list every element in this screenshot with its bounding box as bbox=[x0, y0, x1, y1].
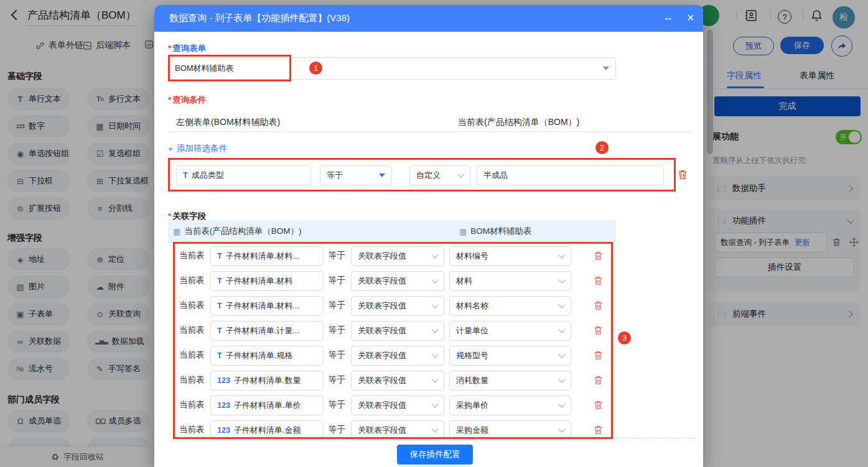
row-scope-label: 当前表 bbox=[179, 374, 205, 386]
field-type-icon: 123 bbox=[217, 376, 230, 385]
row-mode-select[interactable]: 关联表字段值 bbox=[351, 321, 444, 341]
plugin-config-modal: 数据查询 - 到子表单【功能插件配置】(V38) ↔ × *查询表单 BOM材料… bbox=[154, 5, 703, 467]
mapping-row: 当前表 T 子件材料清单.材料 等于 关联表字段值 材料 bbox=[154, 269, 703, 294]
divider bbox=[168, 131, 695, 132]
trash-icon[interactable] bbox=[593, 300, 604, 313]
row-field-input[interactable]: T 子件材料清单.材料 bbox=[210, 271, 324, 291]
mapping-row: 当前表 123 子件材料清单.数量 等于 关联表字段值 消耗数量 bbox=[154, 368, 703, 393]
save-plugin-config-button[interactable]: 保存插件配置 bbox=[397, 445, 473, 465]
field-type-icon: T bbox=[217, 302, 222, 310]
trash-icon[interactable] bbox=[593, 251, 604, 264]
row-target-select[interactable]: 消耗数量 bbox=[449, 371, 571, 391]
row-target-select[interactable]: 材料 bbox=[449, 271, 571, 291]
row-scope-label: 当前表 bbox=[179, 399, 205, 410]
row-mode-select[interactable]: 关联表字段值 bbox=[351, 246, 444, 266]
mapping-left-header: 当前表(产品结构清单（BOM）) bbox=[173, 226, 302, 237]
modal-title: 数据查询 - 到子表单【功能插件配置】(V38) bbox=[169, 12, 350, 24]
row-field-input[interactable]: 123 子件材料清单.单价 bbox=[210, 395, 324, 415]
row-operator-label: 等于 bbox=[329, 325, 345, 336]
app-root: 产品结构清单（BOM） ? 检 表单外链 后端脚本 bbox=[0, 0, 868, 467]
mapping-row: 当前表 T 子件材料清单.规格 等于 关联表字段值 规格型号 bbox=[154, 343, 703, 368]
row-operator-label: 等于 bbox=[329, 300, 345, 311]
chevron-down-icon bbox=[379, 173, 385, 177]
chevron-down-icon bbox=[558, 276, 565, 283]
chevron-down-icon bbox=[558, 425, 565, 432]
annotation-badge-2: 2 bbox=[595, 141, 609, 154]
row-operator-label: 等于 bbox=[329, 424, 345, 435]
trash-icon[interactable] bbox=[593, 325, 604, 338]
chevron-down-icon bbox=[457, 170, 464, 177]
mapping-header-band: 当前表(产品结构清单（BOM）) BOM材料辅助表 bbox=[168, 220, 616, 243]
chevron-down-icon bbox=[558, 400, 565, 407]
row-field-input[interactable]: 123 子件材料清单.数量 bbox=[210, 371, 324, 391]
row-field-input[interactable]: T 子件材料清单.材料... bbox=[210, 246, 324, 266]
trash-icon[interactable] bbox=[593, 400, 604, 413]
row-field-input[interactable]: T 子件材料清单.规格 bbox=[210, 346, 324, 366]
chevron-down-icon bbox=[431, 425, 438, 432]
trash-icon[interactable] bbox=[593, 425, 604, 438]
mapping-right-header: BOM材料辅助表 bbox=[459, 226, 532, 237]
row-scope-label: 当前表 bbox=[179, 300, 205, 311]
row-operator-label: 等于 bbox=[329, 275, 345, 286]
row-mode-select[interactable]: 关联表字段值 bbox=[351, 420, 444, 440]
filter-mode-select[interactable]: 自定义 bbox=[409, 165, 470, 185]
row-field-input[interactable]: T 子件材料清单.材料... bbox=[210, 296, 324, 316]
mapping-row: 当前表 123 子件材料清单.单价 等于 关联表字段值 采购单价 bbox=[154, 393, 703, 418]
query-form-label: *查询表单 bbox=[168, 43, 206, 54]
query-form-select[interactable]: BOM材料辅助表 bbox=[168, 57, 616, 80]
trash-icon[interactable] bbox=[677, 169, 688, 183]
row-operator-label: 等于 bbox=[329, 250, 345, 261]
row-target-select[interactable]: 计量单位 bbox=[449, 321, 571, 341]
row-field-input[interactable]: 123 子件材料清单.金额 bbox=[210, 420, 324, 440]
current-table-column-label: 当前表(产品结构清单（BOM）) bbox=[458, 117, 579, 128]
trash-icon[interactable] bbox=[593, 350, 604, 363]
row-operator-label: 等于 bbox=[329, 399, 345, 410]
trash-icon[interactable] bbox=[593, 275, 604, 289]
row-mode-select[interactable]: 关联表字段值 bbox=[351, 346, 444, 366]
row-target-select[interactable]: 采购单价 bbox=[449, 395, 571, 415]
row-field-input[interactable]: T 子件材料清单.计量... bbox=[210, 321, 324, 341]
row-mode-select[interactable]: 关联表字段值 bbox=[351, 296, 444, 316]
row-target-select[interactable]: 材料名称 bbox=[449, 296, 571, 316]
query-form-value: BOM材料辅助表 bbox=[175, 63, 599, 74]
chevron-down-icon bbox=[558, 301, 565, 308]
trash-icon[interactable] bbox=[593, 375, 604, 388]
row-scope-label: 当前表 bbox=[179, 325, 205, 336]
filter-value-input[interactable]: 半成品 bbox=[477, 165, 664, 185]
chevron-down-icon bbox=[431, 326, 438, 333]
expand-icon[interactable]: ↔ bbox=[663, 12, 673, 23]
query-condition-label: *查询条件 bbox=[168, 95, 206, 106]
filter-operator-select[interactable]: 等于 bbox=[320, 165, 392, 185]
field-type-icon: T bbox=[217, 326, 222, 335]
chevron-down-icon bbox=[603, 67, 609, 70]
chevron-down-icon bbox=[558, 376, 565, 382]
modal-header: 数据查询 - 到子表单【功能插件配置】(V38) ↔ × bbox=[154, 5, 703, 32]
field-type-icon: T bbox=[217, 351, 222, 360]
chevron-down-icon bbox=[558, 326, 565, 333]
chevron-down-icon bbox=[431, 251, 438, 258]
divider bbox=[616, 438, 696, 438]
table-icon bbox=[173, 227, 180, 236]
field-type-icon: 123 bbox=[217, 426, 230, 435]
mapping-row: 当前表 T 子件材料清单.材料... 等于 关联表字段值 材料编号 bbox=[154, 244, 703, 269]
add-filter-condition-link[interactable]: + 添加筛选条件 bbox=[168, 143, 227, 154]
chevron-down-icon bbox=[558, 251, 565, 258]
chevron-down-icon bbox=[431, 351, 438, 358]
filter-field-input[interactable]: T 成品类型 bbox=[176, 165, 311, 185]
row-scope-label: 当前表 bbox=[179, 250, 205, 261]
row-target-select[interactable]: 规格型号 bbox=[449, 346, 571, 366]
row-target-select[interactable]: 采购金额 bbox=[449, 420, 571, 440]
row-mode-select[interactable]: 关联表字段值 bbox=[351, 271, 444, 291]
row-mode-select[interactable]: 关联表字段值 bbox=[351, 371, 444, 391]
row-operator-label: 等于 bbox=[329, 349, 345, 361]
field-type-icon: T bbox=[217, 277, 222, 285]
annotation-badge-3: 3 bbox=[618, 331, 631, 344]
plus-icon: + bbox=[168, 144, 173, 154]
field-type-icon: T bbox=[217, 252, 222, 261]
row-target-select[interactable]: 材料编号 bbox=[449, 246, 571, 266]
chevron-down-icon bbox=[431, 376, 438, 382]
close-icon[interactable]: × bbox=[687, 10, 694, 25]
left-form-column-label: 左侧表单(BOM材料辅助表) bbox=[176, 117, 280, 128]
row-scope-label: 当前表 bbox=[179, 424, 205, 435]
row-mode-select[interactable]: 关联表字段值 bbox=[351, 395, 444, 415]
